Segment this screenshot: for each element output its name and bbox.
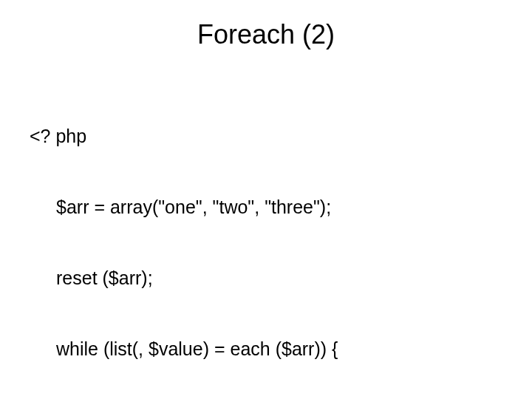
code-line: $arr = array("one", "two", "three"); <box>56 195 502 219</box>
slide-title: Foreach (2) <box>0 19 532 50</box>
code-line: reset ($arr); <box>56 266 502 290</box>
code-block: <? php $arr = array("one", "two", "three… <box>30 77 502 399</box>
code-line: while (list(, $value) = each ($arr)) { <box>56 337 502 361</box>
slide: Foreach (2) <? php $arr = array("one", "… <box>0 0 532 399</box>
code-line: <? php <box>30 124 502 148</box>
